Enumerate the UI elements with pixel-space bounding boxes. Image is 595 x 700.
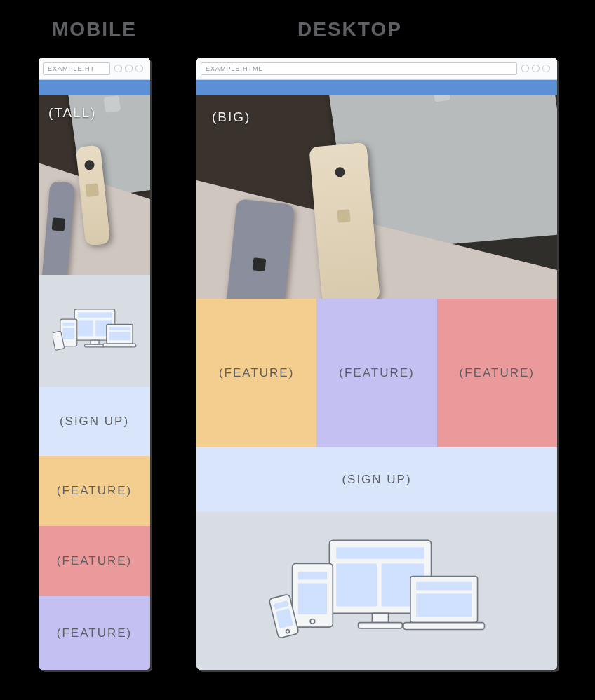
svg-rect-22 (416, 593, 472, 617)
feature-block-yellow: (FEATURE) (196, 299, 316, 447)
browser-chrome: EXAMPLE.HT (39, 58, 150, 80)
desktop-browser: EXAMPLE.HTML (BIG) (FEATURE) (FEATURE) (… (196, 58, 557, 670)
svg-rect-23 (403, 622, 485, 629)
svg-rect-7 (109, 327, 130, 330)
signup-block[interactable]: (SIGN UP) (39, 387, 150, 456)
illustration-block (196, 512, 557, 670)
devices-illustration-icon (53, 303, 137, 359)
signup-label: (SIGN UP) (342, 473, 411, 487)
window-control-icon[interactable] (521, 65, 529, 72)
svg-rect-26 (298, 583, 327, 614)
svg-point-27 (310, 619, 315, 624)
svg-rect-18 (372, 613, 388, 622)
heading-desktop: DESKTOP (298, 18, 402, 41)
feature-block-purple: (FEATURE) (39, 596, 150, 670)
window-controls (114, 65, 143, 72)
heading-mobile: MOBILE (52, 18, 137, 41)
svg-rect-12 (62, 328, 74, 339)
feature-block-red: (FEATURE) (39, 526, 150, 596)
hero-tall: (TALL) (39, 95, 150, 275)
feature-label: (FEATURE) (339, 366, 414, 380)
feature-block-yellow: (FEATURE) (39, 456, 150, 526)
devices-illustration-icon (261, 528, 493, 654)
svg-rect-15 (336, 547, 424, 559)
svg-rect-8 (109, 332, 130, 340)
browser-chrome: EXAMPLE.HTML (196, 58, 557, 80)
window-control-icon[interactable] (135, 65, 143, 72)
svg-rect-19 (359, 622, 403, 628)
svg-rect-5 (84, 344, 105, 347)
signup-block[interactable]: (SIGN UP) (196, 447, 557, 512)
window-control-icon[interactable] (542, 65, 550, 72)
svg-rect-25 (298, 571, 327, 579)
feature-label: (FEATURE) (57, 484, 132, 498)
hero-big: (BIG) (196, 95, 557, 299)
feature-label: (FEATURE) (219, 366, 294, 380)
feature-label: (FEATURE) (57, 626, 132, 640)
signup-label: (SIGN UP) (60, 415, 129, 429)
svg-rect-21 (416, 581, 472, 590)
address-bar[interactable]: EXAMPLE.HTML (201, 62, 517, 75)
svg-rect-11 (62, 323, 74, 326)
svg-rect-16 (336, 563, 377, 606)
hero-label: (TALL) (48, 105, 97, 121)
window-controls (521, 65, 550, 72)
window-control-icon[interactable] (114, 65, 122, 72)
svg-point-31 (286, 629, 290, 633)
feature-label: (FEATURE) (460, 366, 535, 380)
svg-rect-2 (78, 320, 93, 336)
svg-rect-9 (103, 344, 136, 347)
feature-label: (FEATURE) (57, 554, 132, 568)
mobile-browser: EXAMPLE.HT (TALL) (39, 58, 150, 670)
header-bar (196, 80, 557, 95)
features-row: (FEATURE) (FEATURE) (FEATURE) (196, 299, 557, 447)
svg-rect-4 (91, 340, 99, 344)
feature-block-purple: (FEATURE) (316, 299, 436, 447)
feature-block-red: (FEATURE) (437, 299, 557, 447)
window-control-icon[interactable] (125, 65, 133, 72)
address-bar[interactable]: EXAMPLE.HT (43, 62, 110, 75)
svg-rect-1 (78, 313, 112, 318)
header-bar (39, 80, 150, 95)
hero-label: (BIG) (212, 109, 250, 125)
window-control-icon[interactable] (532, 65, 540, 72)
illustration-block (39, 275, 150, 387)
